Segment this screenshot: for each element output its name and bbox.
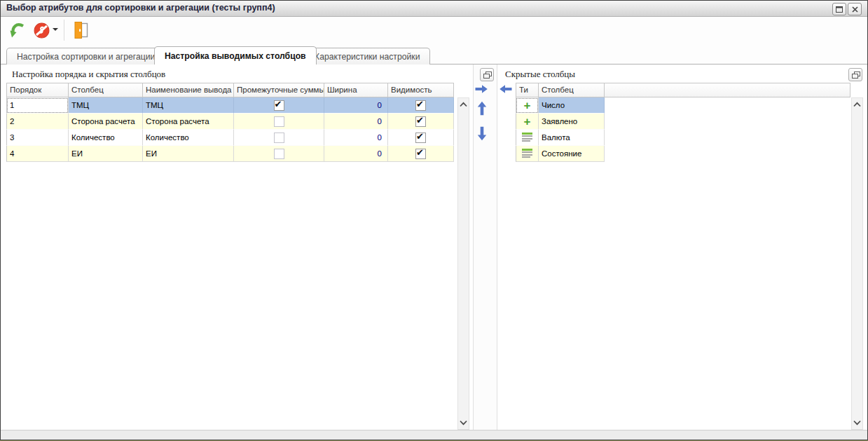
column-header[interactable]: Столбец [539,83,605,97]
table-row[interactable]: 1ТМЦТМЦ0 [6,97,454,114]
type-cell[interactable]: + [516,97,539,114]
column-header-filler [605,83,850,97]
arrow-up-icon [477,101,487,116]
column-header[interactable]: Столбец [69,83,143,97]
column-cell[interactable]: ЕИ [69,146,143,162]
table-row[interactable]: +Число [516,97,850,114]
column-cell[interactable]: Сторона расчета [69,114,143,130]
subtotals[interactable] [234,114,324,130]
cascade-windows-icon [483,72,491,79]
visibility[interactable] [388,130,454,146]
subtotals-checkbox[interactable] [274,149,284,159]
visibility-checkbox[interactable] [415,149,426,159]
left-panel-title: Настройка порядка и скрытия столбцов [12,69,165,80]
cancel-prohibition-icon [33,22,50,39]
left-table-vertical-scrollbar[interactable] [457,97,469,430]
table-row[interactable]: 3КоличествоКоличество0 [6,130,454,146]
maximize-button[interactable] [832,3,846,15]
tab-strip: Настройка сортировки и агрегации Настрой… [1,44,867,65]
undo-arrow-icon [8,21,27,39]
titlebar[interactable]: Выбор атрибутов для сортировки и агрегац… [1,1,867,17]
order-cell[interactable]: 2 [6,114,69,130]
move-right-button[interactable] [474,84,488,94]
table-row[interactable]: 2Сторона расчетаСторона расчета0 [6,114,454,130]
plus-icon: + [524,101,531,110]
open-door-icon [71,20,90,40]
table-row[interactable]: Валюта [516,130,850,146]
close-button[interactable] [848,3,862,15]
subtotals-checkbox[interactable] [274,100,284,111]
width-cell[interactable]: 0 [324,146,388,162]
width-cell[interactable]: 0 [324,130,388,146]
output-name-cell[interactable]: Сторона расчета [143,114,234,130]
type-cell[interactable] [516,130,539,146]
column-cell[interactable]: Количество [69,130,143,146]
subtotals[interactable] [234,97,324,114]
table-row[interactable]: Состояние [516,146,850,162]
columns-order-table: ПорядокСтолбецНаименование выводаПромежу… [6,83,454,162]
output-name-cell[interactable]: Количество [143,130,234,146]
column-header[interactable]: Ширина [324,83,388,97]
subtotals[interactable] [234,130,324,146]
move-down-button[interactable] [477,126,487,141]
visibility[interactable] [388,97,454,114]
column-header[interactable]: Ти [516,83,539,97]
maximize-icon [836,6,843,13]
scroll-down-icon[interactable] [852,417,862,428]
hidden-columns-table: ТиСтолбец+Число+ЗаявленоВалютаСостояние [516,83,850,162]
table-row[interactable]: 4ЕИЕИ0 [6,146,454,162]
order-cell[interactable]: 1 [6,97,69,114]
exit-button[interactable] [71,20,90,40]
visibility-checkbox[interactable] [415,100,426,111]
column-cell[interactable]: Состояние [539,146,605,162]
visibility[interactable] [388,114,454,130]
column-cell[interactable]: Валюта [539,130,605,146]
window-bottom-frame [1,430,867,440]
column-cell[interactable]: Число [539,97,605,114]
type-cell[interactable] [516,146,539,162]
window-title: Выбор атрибутов для сортировки и агрегац… [6,3,275,13]
type-cell[interactable]: + [516,114,539,130]
width-cell[interactable]: 0 [324,97,388,114]
cancel-dropdown-caret[interactable] [53,28,58,31]
dialog-window: Выбор атрибутов для сортировки и агрегац… [0,0,868,440]
scroll-down-icon[interactable] [458,417,469,428]
subtotals-checkbox[interactable] [274,116,284,127]
cancel-button[interactable] [32,20,51,40]
scroll-up-icon[interactable] [458,99,469,110]
order-cell[interactable]: 3 [6,130,69,146]
right-panel-collapse-button[interactable] [848,68,862,81]
right-table-vertical-scrollbar[interactable] [851,97,863,430]
visibility[interactable] [388,146,454,162]
left-panel-collapse-button[interactable] [480,68,494,81]
right-panel-title: Скрытые столбцы [505,69,575,80]
output-name-cell[interactable]: ТМЦ [143,97,234,114]
column-header[interactable]: Промежуточные суммы [234,83,324,97]
column-cell[interactable]: Заявлено [539,114,605,130]
move-left-button[interactable] [499,84,513,94]
width-cell[interactable]: 0 [324,114,388,130]
tab-settings-characteristics[interactable]: Характеристики настройки [303,48,430,65]
subtotals-checkbox[interactable] [274,133,284,143]
tab-sorting-aggregation[interactable]: Настройка сортировки и агрегации [6,48,165,65]
visibility-checkbox[interactable] [415,133,426,143]
column-cell[interactable]: ТМЦ [69,97,143,114]
order-cell[interactable]: 4 [6,146,69,162]
visibility-checkbox[interactable] [415,116,426,127]
tab-page: Настройка порядка и скрытия столбцов Скр… [1,65,867,430]
column-header[interactable]: Видимость [388,83,454,97]
tab-output-columns[interactable]: Настройка выводимых столбцов [154,46,317,65]
cascade-windows-icon [852,72,860,79]
column-header[interactable]: Порядок [6,83,69,97]
output-name-cell[interactable]: ЕИ [143,146,234,162]
scroll-up-icon[interactable] [852,99,862,110]
table-row[interactable]: +Заявлено [516,114,850,130]
tab-label: Настройка выводимых столбцов [165,51,306,61]
arrow-left-icon [499,84,513,94]
undo-button[interactable] [8,20,27,40]
arrow-right-icon [474,84,488,94]
move-up-button[interactable] [477,101,487,116]
transfer-buttons-strip [473,65,497,430]
column-header[interactable]: Наименование вывода [143,83,234,97]
subtotals[interactable] [234,146,324,162]
